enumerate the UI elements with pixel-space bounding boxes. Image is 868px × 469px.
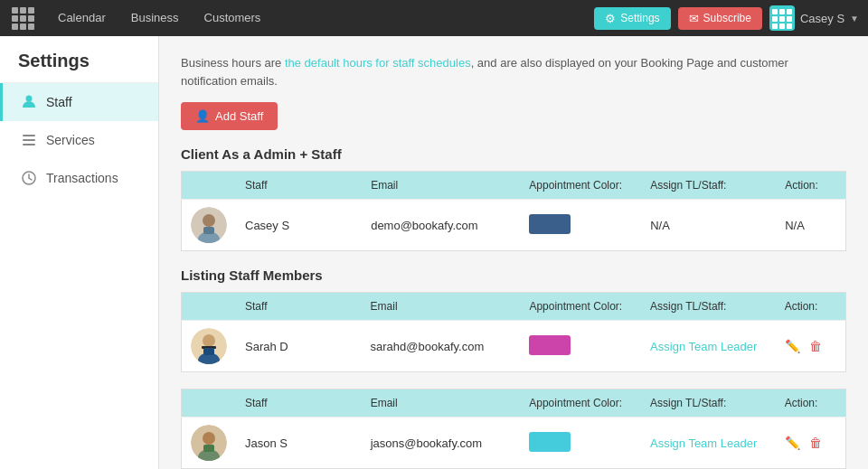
svg-rect-13 bbox=[203, 348, 214, 355]
person-icon: 👤 bbox=[195, 109, 210, 123]
sidebar-item-services[interactable]: Services bbox=[0, 121, 158, 159]
admin-staff-table: Staff Email Appointment Color: Assign TL… bbox=[181, 171, 846, 251]
col-header-action: Action: bbox=[776, 293, 846, 321]
info-text: Business hours are the default hours for… bbox=[181, 54, 814, 89]
col-header-email: Email bbox=[362, 293, 521, 321]
services-icon bbox=[21, 132, 37, 148]
nav-calendar[interactable]: Calendar bbox=[45, 0, 118, 36]
top-nav-links: Calendar Business Customers bbox=[45, 0, 594, 36]
staff-action: N/A bbox=[776, 200, 845, 251]
staff-email: demo@bookafy.com bbox=[362, 200, 520, 251]
staff-color bbox=[520, 417, 641, 469]
svg-point-0 bbox=[26, 96, 33, 102]
svg-rect-1 bbox=[23, 135, 35, 136]
info-highlight: the default hours for staff schedules bbox=[285, 56, 471, 70]
avatar bbox=[191, 425, 227, 461]
listing-staff-row-2: Jason S jasons@bookafy.com Assign Team L… bbox=[182, 417, 846, 469]
add-staff-button[interactable]: 👤 Add Staff bbox=[181, 102, 278, 130]
staff-name: Jason S bbox=[236, 417, 362, 469]
subscribe-button[interactable]: Subscribe bbox=[678, 7, 762, 30]
grid-icon bbox=[12, 7, 34, 30]
sidebar-item-staff[interactable]: Staff bbox=[0, 83, 158, 121]
svg-rect-17 bbox=[203, 445, 214, 452]
assign-team-leader-link[interactable]: Assign Team Leader bbox=[650, 436, 757, 450]
subscribe-label: Subscribe bbox=[703, 12, 751, 24]
user-menu[interactable]: Casey S ▼ bbox=[769, 5, 859, 31]
top-nav: Calendar Business Customers Settings Sub… bbox=[0, 0, 868, 36]
layout: Settings Staff Services bbox=[0, 36, 868, 469]
staff-color bbox=[520, 321, 641, 372]
col-header-color: Appointment Color: bbox=[520, 293, 641, 321]
svg-point-10 bbox=[203, 334, 215, 347]
svg-rect-8 bbox=[203, 227, 214, 234]
col-header-email: Email bbox=[362, 172, 520, 200]
color-swatch[interactable] bbox=[529, 335, 571, 355]
staff-name: Sarah D bbox=[236, 321, 362, 372]
staff-assign[interactable]: Assign Team Leader bbox=[641, 321, 776, 372]
col-header-avatar bbox=[182, 172, 237, 200]
app-logo[interactable] bbox=[9, 5, 36, 32]
col-header-avatar bbox=[182, 389, 237, 417]
col-header-color: Appointment Color: bbox=[520, 172, 641, 200]
svg-rect-3 bbox=[23, 144, 35, 145]
add-staff-label: Add Staff bbox=[215, 109, 263, 123]
edit-icon[interactable]: ✏️ bbox=[785, 339, 800, 353]
col-header-action: Action: bbox=[776, 389, 846, 417]
settings-label: Settings bbox=[620, 12, 659, 24]
staff-assign[interactable]: Assign Team Leader bbox=[641, 417, 776, 469]
main-content: Business hours are the default hours for… bbox=[159, 36, 868, 469]
delete-icon[interactable]: 🗑 bbox=[809, 339, 822, 353]
col-header-assign: Assign TL/Staff: bbox=[641, 389, 776, 417]
col-header-staff: Staff bbox=[236, 389, 362, 417]
gear-icon bbox=[605, 12, 616, 25]
listing-table-wrapper-1: Staff Email Appointment Color: Assign TL… bbox=[181, 292, 846, 372]
edit-icon[interactable]: ✏️ bbox=[785, 436, 800, 450]
svg-point-15 bbox=[203, 432, 215, 445]
sidebar-item-services-label: Services bbox=[46, 133, 95, 147]
nav-customers[interactable]: Customers bbox=[192, 0, 274, 36]
listing-table-wrapper-2: Staff Email Appointment Color: Assign TL… bbox=[181, 389, 846, 469]
action-icons: ✏️ 🗑 bbox=[785, 339, 836, 353]
sidebar-title: Settings bbox=[0, 36, 158, 83]
email-icon bbox=[689, 12, 699, 25]
svg-rect-2 bbox=[23, 139, 35, 141]
listing-staff-table-1: Staff Email Appointment Color: Assign TL… bbox=[181, 292, 846, 372]
staff-action: ✏️ 🗑 bbox=[776, 417, 846, 469]
avatar bbox=[191, 328, 227, 364]
avatar bbox=[191, 207, 227, 243]
staff-name: Casey S bbox=[236, 200, 362, 251]
staff-assign: N/A bbox=[641, 200, 776, 251]
admin-staff-row: Casey S demo@bookafy.com N/A N/A bbox=[182, 200, 846, 251]
col-header-color: Appointment Color: bbox=[520, 389, 641, 417]
color-swatch[interactable] bbox=[529, 432, 571, 452]
delete-icon[interactable]: 🗑 bbox=[809, 436, 822, 450]
col-header-staff: Staff bbox=[236, 172, 362, 200]
col-header-staff: Staff bbox=[236, 293, 362, 321]
col-header-email: Email bbox=[362, 389, 521, 417]
listing-section-title: Listing Staff Members bbox=[181, 267, 846, 283]
assign-team-leader-link[interactable]: Assign Team Leader bbox=[650, 340, 757, 353]
transactions-icon bbox=[21, 170, 37, 186]
user-avatar-icon bbox=[769, 5, 795, 31]
staff-color bbox=[520, 200, 641, 251]
settings-button[interactable]: Settings bbox=[594, 7, 670, 30]
chevron-down-icon: ▼ bbox=[850, 14, 859, 23]
user-name: Casey S bbox=[800, 12, 844, 25]
staff-icon bbox=[21, 94, 37, 110]
top-nav-right: Settings Subscribe Casey S ▼ bbox=[594, 5, 859, 31]
sidebar-item-transactions-label: Transactions bbox=[46, 171, 118, 185]
col-header-assign: Assign TL/Staff: bbox=[641, 172, 776, 200]
action-icons: ✏️ 🗑 bbox=[785, 436, 836, 450]
sidebar: Settings Staff Services bbox=[0, 36, 159, 469]
col-header-action: Action: bbox=[776, 172, 845, 200]
color-swatch[interactable] bbox=[529, 214, 571, 234]
svg-point-6 bbox=[203, 214, 215, 227]
listing-staff-table-2: Staff Email Appointment Color: Assign TL… bbox=[181, 389, 846, 469]
sidebar-item-staff-label: Staff bbox=[46, 95, 72, 109]
listing-staff-row-1: Sarah D sarahd@bookafy.com Assign Team L… bbox=[182, 321, 846, 372]
sidebar-item-transactions[interactable]: Transactions bbox=[0, 159, 158, 197]
staff-email: jasons@bookafy.com bbox=[362, 417, 521, 469]
col-header-assign: Assign TL/Staff: bbox=[641, 293, 776, 321]
nav-business[interactable]: Business bbox=[118, 0, 192, 36]
staff-email: sarahd@bookafy.com bbox=[362, 321, 521, 372]
